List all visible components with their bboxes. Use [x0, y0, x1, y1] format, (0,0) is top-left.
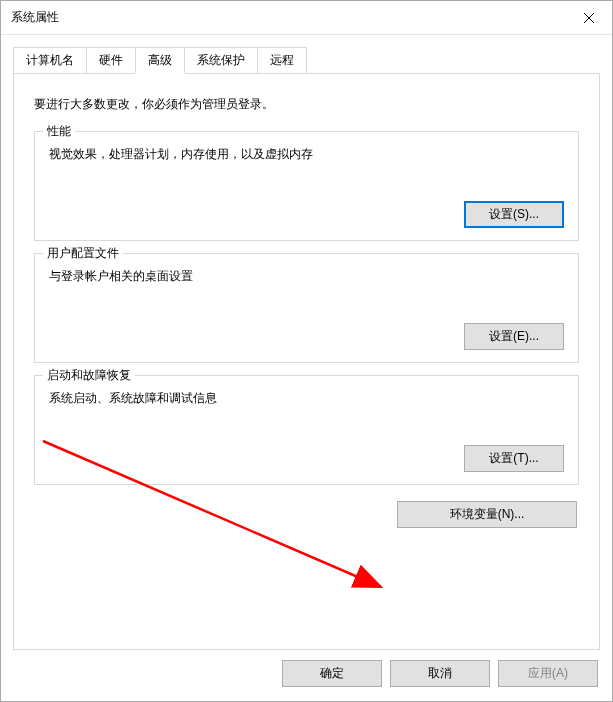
performance-settings-button[interactable]: 设置(S)... [464, 201, 564, 228]
performance-btn-row: 设置(S)... [49, 201, 564, 228]
tab-content-advanced: 要进行大多数更改，你必须作为管理员登录。 性能 视觉效果，处理器计划，内存使用，… [13, 73, 600, 650]
performance-fieldset: 性能 视觉效果，处理器计划，内存使用，以及虚拟内存 设置(S)... [34, 131, 579, 241]
user-profiles-btn-row: 设置(E)... [49, 323, 564, 350]
close-icon [584, 13, 594, 23]
startup-recovery-legend: 启动和故障恢复 [43, 367, 135, 384]
admin-login-notice: 要进行大多数更改，你必须作为管理员登录。 [34, 96, 579, 113]
tab-computer-name[interactable]: 计算机名 [13, 47, 87, 74]
environment-variables-button[interactable]: 环境变量(N)... [397, 501, 577, 528]
startup-recovery-desc: 系统启动、系统故障和调试信息 [49, 390, 564, 407]
tabs-area: 计算机名 硬件 高级 系统保护 远程 要进行大多数更改，你必须作为管理员登录。 … [1, 35, 612, 650]
dialog-button-bar: 确定 取消 应用(A) [1, 650, 612, 701]
user-profiles-legend: 用户配置文件 [43, 245, 123, 262]
ok-button[interactable]: 确定 [282, 660, 382, 687]
tab-hardware[interactable]: 硬件 [86, 47, 136, 74]
tab-system-protection[interactable]: 系统保护 [184, 47, 258, 74]
user-profiles-settings-button[interactable]: 设置(E)... [464, 323, 564, 350]
window-title: 系统属性 [11, 9, 59, 26]
startup-recovery-btn-row: 设置(T)... [49, 445, 564, 472]
startup-recovery-fieldset: 启动和故障恢复 系统启动、系统故障和调试信息 设置(T)... [34, 375, 579, 485]
system-properties-window: 系统属性 计算机名 硬件 高级 系统保护 远程 要进行大多数更改，你必须作为管理… [0, 0, 613, 702]
performance-legend: 性能 [43, 123, 75, 140]
startup-recovery-settings-button[interactable]: 设置(T)... [464, 445, 564, 472]
tab-advanced[interactable]: 高级 [135, 47, 185, 74]
user-profiles-desc: 与登录帐户相关的桌面设置 [49, 268, 564, 285]
performance-desc: 视觉效果，处理器计划，内存使用，以及虚拟内存 [49, 146, 564, 163]
tab-strip: 计算机名 硬件 高级 系统保护 远程 [13, 47, 600, 74]
user-profiles-fieldset: 用户配置文件 与登录帐户相关的桌面设置 设置(E)... [34, 253, 579, 363]
apply-button[interactable]: 应用(A) [498, 660, 598, 687]
close-button[interactable] [566, 1, 612, 35]
cancel-button[interactable]: 取消 [390, 660, 490, 687]
tab-remote[interactable]: 远程 [257, 47, 307, 74]
env-vars-row: 环境变量(N)... [34, 501, 579, 528]
titlebar: 系统属性 [1, 1, 612, 35]
